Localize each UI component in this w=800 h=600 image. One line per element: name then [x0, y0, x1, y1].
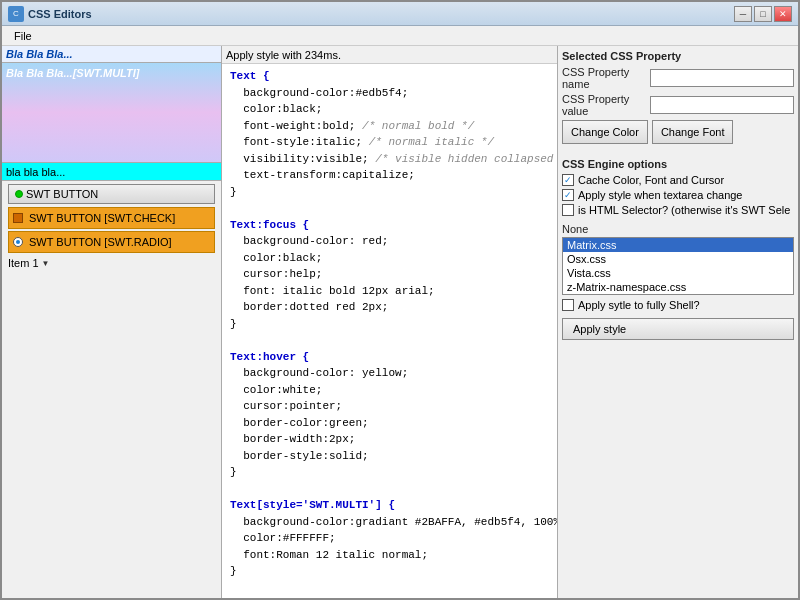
- css-name-input[interactable]: [650, 69, 794, 87]
- radio-icon: [13, 237, 23, 247]
- apply-style-button[interactable]: Apply style: [562, 318, 794, 340]
- swt-check-label: SWT BUTTON [SWT.CHECK]: [29, 212, 175, 224]
- change-color-button[interactable]: Change Color: [562, 120, 648, 144]
- none-label: None: [562, 223, 794, 235]
- code-line: background-color:#edb5f4;: [230, 85, 549, 102]
- menu-file[interactable]: File: [6, 28, 40, 44]
- code-editor[interactable]: Text { background-color:#edb5f4; color:b…: [222, 64, 557, 598]
- css-value-input[interactable]: [650, 96, 794, 114]
- bla-label: bla bla bla...: [2, 163, 221, 181]
- css-file-item[interactable]: z-Matrix-namespace.css: [563, 280, 793, 294]
- swt-radio-button[interactable]: SWT BUTTON [SWT.RADIO]: [8, 231, 215, 253]
- menu-bar: File: [2, 26, 798, 46]
- title-bar: C CSS Editors ─ □ ✕: [2, 2, 798, 26]
- css-value-label: CSS Property value: [562, 93, 650, 117]
- apply-textarea-label: Apply style when textarea change: [578, 189, 743, 201]
- code-line: }: [230, 184, 549, 201]
- status-bar: Apply style with 234ms.: [222, 46, 557, 64]
- swt-button-label: SWT BUTTON: [26, 188, 98, 200]
- code-line: color:black;: [230, 101, 549, 118]
- css-file-item[interactable]: Osx.css: [563, 252, 793, 266]
- top-label: Bla Bla Bla...: [2, 46, 221, 63]
- code-line: font: italic bold 12px arial;: [230, 283, 549, 300]
- option-row-1: Cache Color, Font and Cursor: [562, 174, 794, 186]
- code-line: border:dotted red 2px;: [230, 299, 549, 316]
- code-line: cursor:help;: [230, 266, 549, 283]
- code-line: background-color: red;: [230, 233, 549, 250]
- code-line: font:Roman 12 italic normal;: [230, 547, 549, 564]
- preview-area: Bla Bla Bla...[SWT.MULTI]: [2, 63, 221, 163]
- code-line: Text[style='SWT.MULTI'] {: [230, 497, 549, 514]
- cache-color-label: Cache Color, Font and Cursor: [578, 174, 724, 186]
- css-file-item[interactable]: Matrix.css: [563, 238, 793, 252]
- window-title: CSS Editors: [28, 8, 734, 20]
- change-font-button[interactable]: Change Font: [652, 120, 734, 144]
- html-selector-label: is HTML Selector? (otherwise it's SWT Se…: [578, 204, 790, 216]
- status-text: Apply style with 234ms.: [226, 49, 341, 61]
- code-line: [230, 481, 549, 498]
- item-dropdown[interactable]: Item 1 ▼: [4, 255, 219, 271]
- code-line: }: [230, 316, 549, 333]
- code-line: color:white;: [230, 382, 549, 399]
- code-line: text-transform:capitalize;: [230, 167, 549, 184]
- code-line: background-color:gradiant #2BAFFA, #edb5…: [230, 514, 549, 531]
- apply-textarea-checkbox[interactable]: [562, 189, 574, 201]
- option-row-2: Apply style when textarea change: [562, 189, 794, 201]
- code-line: color:#FFFFFF;: [230, 530, 549, 547]
- preview-text: Bla Bla Bla...[SWT.MULTI]: [6, 67, 139, 79]
- center-panel: Apply style with 234ms. Text { backgroun…: [222, 46, 558, 598]
- css-name-row: CSS Property name: [562, 66, 794, 90]
- code-line: visibility:visible; /* visible hidden co…: [230, 151, 549, 168]
- swt-button[interactable]: SWT BUTTON: [8, 184, 215, 204]
- apply-shell-checkbox[interactable]: [562, 299, 574, 311]
- html-selector-checkbox[interactable]: [562, 204, 574, 216]
- css-name-label: CSS Property name: [562, 66, 650, 90]
- maximize-button[interactable]: □: [754, 6, 772, 22]
- code-line: }: [230, 563, 549, 580]
- code-line: [230, 580, 549, 597]
- color-font-buttons: Change Color Change Font: [562, 120, 794, 144]
- code-line: border-color:green;: [230, 415, 549, 432]
- code-line: }: [230, 464, 549, 481]
- window-icon: C: [8, 6, 24, 22]
- orange-square-icon: [13, 213, 23, 223]
- apply-shell-label: Apply sytle to fully Shell?: [578, 299, 700, 311]
- left-panel: Bla Bla Bla... Bla Bla Bla...[SWT.MULTI]…: [2, 46, 222, 598]
- code-line: font-style:italic; /* normal italic */: [230, 134, 549, 151]
- code-line: color:black;: [230, 250, 549, 267]
- selected-css-title: Selected CSS Property: [562, 50, 794, 62]
- cache-color-checkbox[interactable]: [562, 174, 574, 186]
- code-line: [230, 200, 549, 217]
- code-line: border-width:2px;: [230, 431, 549, 448]
- code-line: [230, 332, 549, 349]
- minimize-button[interactable]: ─: [734, 6, 752, 22]
- css-file-list: Matrix.css Osx.css Vista.css z-Matrix-na…: [562, 237, 794, 295]
- list-item[interactable]: SWT BUTTON [SWT.RADIO]: [4, 231, 219, 253]
- code-line: Text:focus {: [230, 217, 549, 234]
- code-line: cursor:pointer;: [230, 398, 549, 415]
- code-line: Label {: [230, 596, 549, 598]
- window-controls: ─ □ ✕: [734, 6, 792, 22]
- main-layout: Bla Bla Bla... Bla Bla Bla...[SWT.MULTI]…: [2, 46, 798, 598]
- code-line: Text {: [230, 68, 549, 85]
- chevron-down-icon: ▼: [42, 259, 50, 268]
- list-item[interactable]: SWT BUTTON: [4, 183, 219, 205]
- main-window: C CSS Editors ─ □ ✕ File Bla Bla Bla... …: [0, 0, 800, 600]
- engine-options-title: CSS Engine options: [562, 158, 794, 170]
- option-row-3: is HTML Selector? (otherwise it's SWT Se…: [562, 204, 794, 216]
- swt-radio-label: SWT BUTTON [SWT.RADIO]: [29, 236, 172, 248]
- apply-shell-row: Apply sytle to fully Shell?: [562, 299, 794, 311]
- list-item[interactable]: SWT BUTTON [SWT.CHECK]: [4, 207, 219, 229]
- css-value-row: CSS Property value: [562, 93, 794, 117]
- code-line: font-weight:bold; /* normal bold */: [230, 118, 549, 135]
- code-line: background-color: yellow;: [230, 365, 549, 382]
- code-line: border-style:solid;: [230, 448, 549, 465]
- green-dot-icon: [15, 190, 23, 198]
- css-file-item[interactable]: Vista.css: [563, 266, 793, 280]
- swt-check-button[interactable]: SWT BUTTON [SWT.CHECK]: [8, 207, 215, 229]
- close-button[interactable]: ✕: [774, 6, 792, 22]
- right-panel: Selected CSS Property CSS Property name …: [558, 46, 798, 598]
- code-line: Text:hover {: [230, 349, 549, 366]
- widget-list: SWT BUTTON SWT BUTTON [SWT.CHECK]: [2, 181, 221, 598]
- item-label: Item 1: [8, 257, 39, 269]
